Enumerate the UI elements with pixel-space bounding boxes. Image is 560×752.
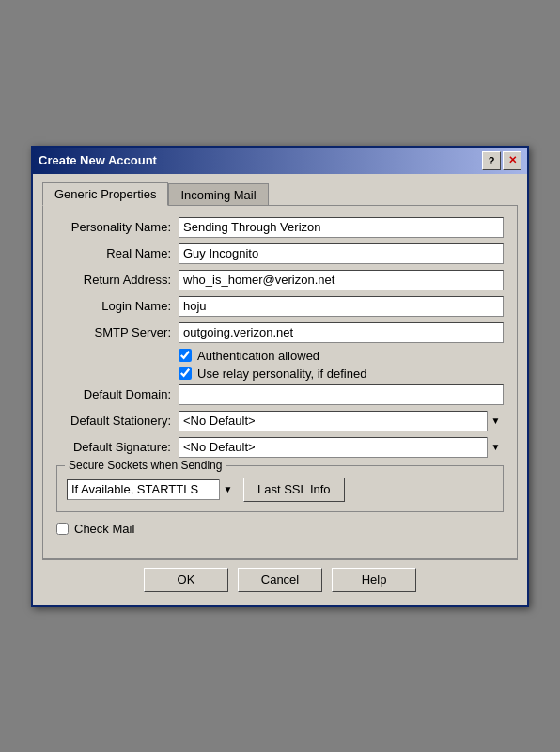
smtp-server-label: SMTP Server: bbox=[56, 325, 179, 339]
login-name-input[interactable] bbox=[179, 296, 504, 317]
personality-name-input[interactable] bbox=[179, 217, 504, 238]
return-address-input[interactable] bbox=[179, 270, 504, 290]
auth-allowed-row: Authentication allowed bbox=[179, 349, 504, 363]
check-mail-label: Check Mail bbox=[74, 522, 134, 536]
window-content: Generic Properties Incoming Mail Persona… bbox=[33, 174, 527, 605]
auth-allowed-label: Authentication allowed bbox=[197, 349, 319, 363]
check-mail-row: Check Mail bbox=[56, 522, 504, 536]
window-title: Create New Account bbox=[39, 153, 157, 167]
personality-name-row: Personality Name: bbox=[56, 217, 504, 238]
relay-personality-row: Use relay personality, if defined bbox=[179, 367, 504, 381]
default-signature-select-wrapper: <No Default> ▼ bbox=[179, 437, 504, 458]
login-name-label: Login Name: bbox=[56, 299, 179, 313]
tab-panel-generic: Personality Name: Real Name: Return Addr… bbox=[42, 205, 518, 559]
return-address-row: Return Address: bbox=[56, 270, 504, 290]
tab-generic-properties[interactable]: Generic Properties bbox=[42, 182, 168, 206]
relay-personality-checkbox[interactable] bbox=[179, 367, 192, 380]
button-row: OK Cancel Help bbox=[42, 559, 518, 596]
secure-sockets-legend: Secure Sockets when Sending bbox=[65, 459, 226, 472]
check-mail-checkbox[interactable] bbox=[56, 523, 69, 535]
secure-sockets-content: If Available, STARTTLS Required, STARTTL… bbox=[67, 478, 493, 502]
ok-button[interactable]: OK bbox=[144, 568, 228, 592]
real-name-input[interactable] bbox=[179, 243, 504, 264]
secure-sockets-group: Secure Sockets when Sending If Available… bbox=[56, 465, 504, 512]
default-signature-select[interactable]: <No Default> bbox=[179, 437, 504, 458]
default-domain-row: Default Domain: bbox=[56, 384, 504, 405]
default-stationery-row: Default Stationery: <No Default> ▼ bbox=[56, 411, 504, 431]
return-address-label: Return Address: bbox=[56, 273, 179, 287]
close-button[interactable]: ✕ bbox=[503, 151, 521, 170]
help-dialog-button[interactable]: Help bbox=[332, 568, 416, 592]
last-ssl-info-button[interactable]: Last SSL Info bbox=[243, 478, 345, 502]
relay-personality-label: Use relay personality, if defined bbox=[197, 367, 366, 381]
ssl-select-wrapper: If Available, STARTTLS Required, STARTTL… bbox=[67, 479, 236, 500]
create-account-window: Create New Account ? ✕ Generic Propertie… bbox=[31, 146, 529, 607]
title-bar-controls: ? ✕ bbox=[482, 151, 521, 170]
ssl-select[interactable]: If Available, STARTTLS Required, STARTTL… bbox=[67, 479, 236, 500]
tab-bar: Generic Properties Incoming Mail bbox=[42, 181, 518, 205]
default-stationery-select[interactable]: <No Default> bbox=[179, 411, 504, 431]
auth-allowed-checkbox[interactable] bbox=[179, 349, 192, 362]
login-name-row: Login Name: bbox=[56, 296, 504, 317]
help-button[interactable]: ? bbox=[482, 151, 501, 170]
default-domain-label: Default Domain: bbox=[56, 387, 179, 401]
smtp-server-input[interactable] bbox=[179, 322, 504, 343]
title-bar: Create New Account ? ✕ bbox=[33, 148, 527, 174]
personality-name-label: Personality Name: bbox=[56, 220, 179, 234]
cancel-button[interactable]: Cancel bbox=[238, 568, 322, 592]
default-signature-row: Default Signature: <No Default> ▼ bbox=[56, 437, 504, 458]
default-stationery-label: Default Stationery: bbox=[56, 414, 179, 428]
real-name-label: Real Name: bbox=[56, 246, 179, 260]
real-name-row: Real Name: bbox=[56, 243, 504, 264]
default-domain-input[interactable] bbox=[179, 384, 504, 405]
default-signature-label: Default Signature: bbox=[56, 440, 179, 454]
smtp-server-row: SMTP Server: bbox=[56, 322, 504, 343]
tab-incoming-mail[interactable]: Incoming Mail bbox=[168, 183, 268, 207]
default-stationery-select-wrapper: <No Default> ▼ bbox=[179, 411, 504, 431]
